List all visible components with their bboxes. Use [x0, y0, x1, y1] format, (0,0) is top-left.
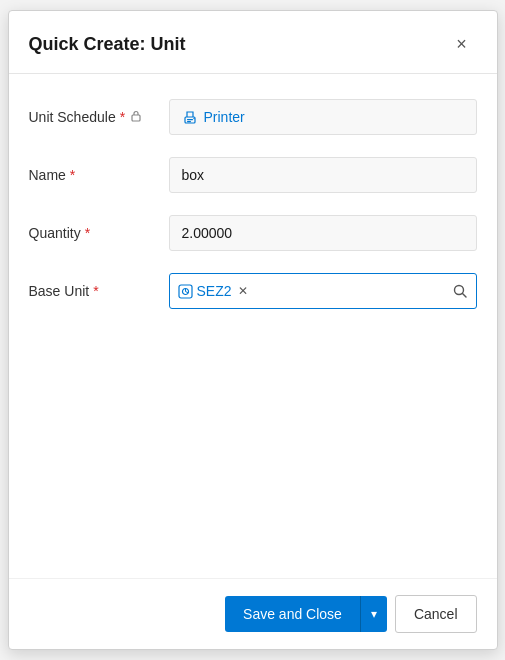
sez2-icon: [178, 284, 193, 299]
svg-point-4: [193, 118, 194, 119]
printer-link[interactable]: Printer: [182, 109, 245, 125]
base-unit-remove-button[interactable]: ✕: [238, 284, 248, 298]
unit-schedule-label: Unit Schedule *: [29, 109, 169, 126]
dialog-footer: Save and Close ▾ Cancel: [9, 578, 497, 649]
save-button-group: Save and Close ▾: [225, 596, 387, 632]
quantity-field[interactable]: [169, 215, 477, 251]
dialog-body: Unit Schedule *: [9, 74, 497, 578]
base-unit-required: *: [93, 283, 98, 299]
lock-icon: [129, 109, 143, 126]
quantity-row: Quantity *: [29, 210, 477, 256]
base-unit-input[interactable]: SEZ2 ✕: [169, 273, 477, 309]
quantity-label: Quantity *: [29, 225, 169, 241]
quantity-required: *: [85, 225, 90, 241]
dialog-header: Quick Create: Unit ×: [9, 11, 497, 74]
close-icon: ×: [456, 34, 467, 55]
name-label: Name *: [29, 167, 169, 183]
name-required: *: [70, 167, 75, 183]
quantity-input[interactable]: [169, 215, 477, 251]
svg-rect-0: [132, 115, 140, 121]
dialog-title: Quick Create: Unit: [29, 34, 186, 55]
svg-rect-2: [187, 119, 193, 120]
required-indicator: *: [120, 109, 125, 125]
name-row: Name *: [29, 152, 477, 198]
base-unit-field: SEZ2 ✕: [169, 273, 477, 309]
name-field[interactable]: [169, 157, 477, 193]
printer-value: Printer: [204, 109, 245, 125]
search-icon: [452, 283, 468, 299]
base-unit-row: Base Unit * SEZ2 ✕: [29, 268, 477, 314]
unit-schedule-display: Printer: [169, 99, 477, 135]
name-input[interactable]: [169, 157, 477, 193]
svg-line-8: [462, 294, 466, 298]
dropdown-arrow-icon: ▾: [371, 607, 377, 621]
unit-schedule-row: Unit Schedule *: [29, 94, 477, 140]
save-and-close-button[interactable]: Save and Close: [225, 596, 360, 632]
svg-rect-3: [187, 121, 191, 122]
base-unit-label: Base Unit *: [29, 283, 169, 299]
base-unit-search-button[interactable]: [452, 283, 468, 299]
cancel-button[interactable]: Cancel: [395, 595, 477, 633]
quick-create-dialog: Quick Create: Unit × Unit Schedule *: [8, 10, 498, 650]
unit-schedule-field: Printer: [169, 99, 477, 135]
save-dropdown-button[interactable]: ▾: [360, 596, 387, 632]
base-unit-tag: SEZ2: [197, 283, 232, 299]
close-button[interactable]: ×: [447, 29, 477, 59]
printer-icon: [182, 109, 198, 125]
